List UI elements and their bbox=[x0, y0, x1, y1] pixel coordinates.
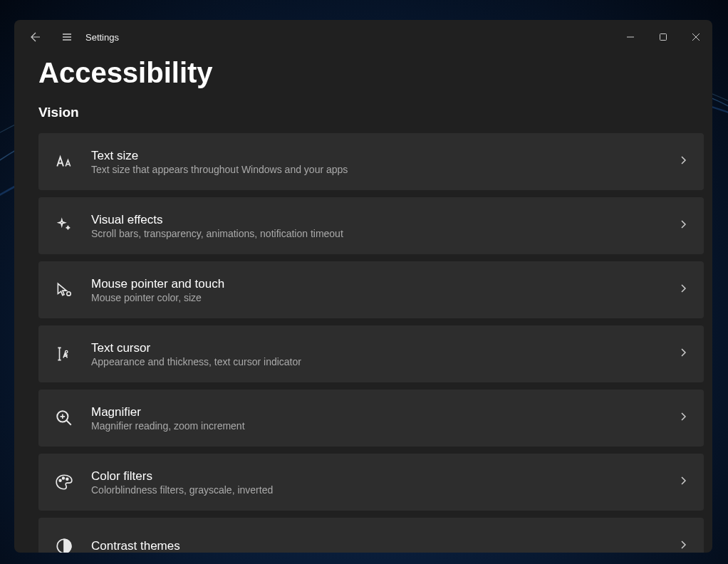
chevron-right-icon bbox=[678, 219, 688, 232]
svg-point-1 bbox=[67, 292, 71, 296]
back-icon bbox=[30, 31, 41, 43]
item-title: Magnifier bbox=[91, 405, 678, 419]
magnifier-icon bbox=[54, 408, 74, 428]
chevron-right-icon bbox=[678, 540, 688, 553]
sparkle-icon bbox=[54, 216, 74, 236]
item-title: Text cursor bbox=[91, 341, 678, 355]
item-desc: Mouse pointer color, size bbox=[91, 292, 678, 303]
item-desc: Appearance and thickness, text cursor in… bbox=[91, 356, 678, 367]
item-title: Color filters bbox=[91, 469, 678, 484]
section-header-vision: Vision bbox=[38, 105, 704, 120]
item-title: Mouse pointer and touch bbox=[91, 277, 678, 291]
window-controls bbox=[614, 26, 712, 48]
chevron-right-icon bbox=[678, 283, 688, 296]
menu-button[interactable] bbox=[51, 21, 83, 53]
item-mouse-pointer[interactable]: Mouse pointer and touch Mouse pointer co… bbox=[38, 261, 704, 318]
contrast-icon bbox=[54, 536, 74, 553]
item-title: Contrast themes bbox=[91, 539, 678, 553]
text-cursor-icon bbox=[54, 344, 74, 364]
chevron-right-icon bbox=[678, 348, 688, 360]
item-text-cursor[interactable]: Text cursor Appearance and thickness, te… bbox=[38, 325, 704, 382]
close-icon bbox=[692, 33, 700, 41]
chevron-right-icon bbox=[678, 155, 688, 168]
item-color-filters[interactable]: Color filters Colorblindness filters, gr… bbox=[38, 454, 704, 511]
pointer-icon bbox=[54, 280, 74, 300]
text-size-icon bbox=[54, 152, 74, 172]
page-title: Accessibility bbox=[38, 57, 712, 89]
maximize-button[interactable] bbox=[647, 26, 680, 48]
svg-point-3 bbox=[59, 479, 61, 481]
maximize-icon bbox=[660, 33, 667, 41]
chevron-right-icon bbox=[678, 412, 688, 424]
back-button[interactable] bbox=[20, 21, 51, 53]
item-contrast-themes[interactable]: Contrast themes bbox=[38, 518, 704, 553]
minimize-button[interactable] bbox=[614, 26, 647, 48]
app-title: Settings bbox=[85, 32, 119, 43]
close-button[interactable] bbox=[680, 26, 712, 48]
scroll-area[interactable]: Vision Text size Text size that appears … bbox=[38, 105, 712, 553]
item-visual-effects[interactable]: Visual effects Scroll bars, transparency… bbox=[38, 197, 704, 254]
item-desc: Colorblindness filters, grayscale, inver… bbox=[91, 484, 678, 496]
item-magnifier[interactable]: Magnifier Magnifier reading, zoom increm… bbox=[38, 390, 704, 446]
svg-rect-0 bbox=[660, 34, 667, 41]
minimize-icon bbox=[627, 33, 634, 41]
hamburger-icon bbox=[61, 31, 73, 43]
settings-window: Settings Accessibility Vision Text si bbox=[14, 20, 712, 553]
item-title: Visual effects bbox=[91, 213, 678, 227]
item-desc: Magnifier reading, zoom increment bbox=[91, 420, 678, 432]
chevron-right-icon bbox=[678, 476, 688, 489]
item-desc: Text size that appears throughout Window… bbox=[91, 164, 678, 175]
palette-icon bbox=[54, 472, 74, 492]
item-text-size[interactable]: Text size Text size that appears through… bbox=[38, 133, 704, 190]
item-title: Text size bbox=[91, 149, 678, 163]
titlebar: Settings bbox=[14, 20, 712, 54]
item-desc: Scroll bars, transparency, animations, n… bbox=[91, 228, 678, 239]
svg-point-5 bbox=[66, 478, 68, 480]
svg-point-4 bbox=[63, 477, 65, 479]
